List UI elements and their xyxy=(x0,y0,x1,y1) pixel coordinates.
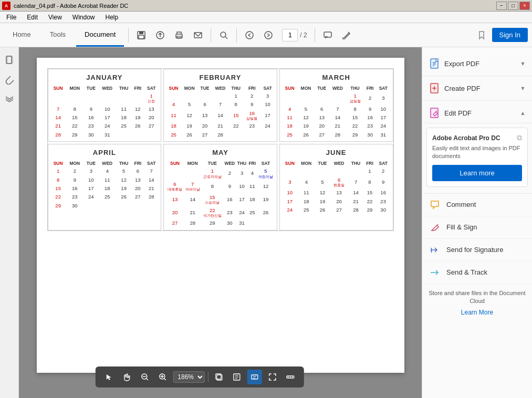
create-pdf-chevron: ▼ xyxy=(520,85,526,91)
promo-title: Adobe Acrobat Pro DC xyxy=(432,134,500,142)
create-pdf-row[interactable]: Create PDF ▼ xyxy=(422,78,532,98)
cloud-learn-more-link[interactable]: Learn More xyxy=(461,309,493,316)
edit-pdf-row[interactable]: Edit PDF ▲ xyxy=(422,103,532,123)
send-signature-tool-label: Send for Signature xyxy=(446,246,503,254)
main-container: Home Tools Document xyxy=(0,23,532,398)
zoom-in-button[interactable] xyxy=(155,370,170,384)
email-button[interactable] xyxy=(190,27,206,44)
titlebar-left: A calendar_04.pdf - Adobe Acrobat Reader… xyxy=(2,2,128,10)
svg-rect-35 xyxy=(431,59,438,68)
fit-page-button[interactable] xyxy=(229,370,244,384)
send-track-tool-label: Send & Track xyxy=(446,268,487,276)
svg-line-21 xyxy=(164,379,165,380)
svg-rect-2 xyxy=(139,35,144,39)
calendar-grid: JANUARY SUNMONTUEWEDTHUFRISAT 1신정 789101… xyxy=(47,68,394,231)
tab-home[interactable]: Home xyxy=(4,23,39,47)
content-area: JANUARY SUNMONTUEWEDTHUFRISAT 1신정 789101… xyxy=(0,47,532,398)
menu-view[interactable]: View xyxy=(44,13,66,22)
select-text-button[interactable] xyxy=(247,370,262,384)
fill-sign-tool-row[interactable]: Fill & Sign xyxy=(422,216,532,239)
acrobat-promo: Adobe Acrobat Pro DC ⧉ Easily edit text … xyxy=(426,128,528,187)
edit-pdf-section: Edit PDF ▲ Adobe Acrobat Pro DC ⧉ Easily… xyxy=(422,101,532,194)
pencil-button[interactable] xyxy=(338,27,355,44)
svg-line-17 xyxy=(146,379,148,380)
page-total: / 2 xyxy=(300,32,307,39)
sign-in-button[interactable]: Sign In xyxy=(492,28,528,42)
comment-tool-row[interactable]: Comment xyxy=(422,194,532,216)
minimize-button[interactable]: − xyxy=(496,2,507,10)
copy-icon[interactable]: ⧉ xyxy=(517,133,522,142)
toolbar-separator xyxy=(128,28,129,43)
next-page-button[interactable] xyxy=(260,27,277,44)
cloud-promo: Store and share files in the Document Cl… xyxy=(422,284,532,321)
menubar: File Edit View Window Help xyxy=(0,12,532,23)
export-pdf-left: Export PDF xyxy=(429,58,479,69)
prev-page-button[interactable] xyxy=(241,27,258,44)
edit-pdf-icon xyxy=(429,107,440,119)
menu-help[interactable]: Help xyxy=(101,13,123,22)
month-title-may: MAY xyxy=(166,146,275,160)
svg-line-8 xyxy=(225,37,227,39)
create-pdf-label: Create PDF xyxy=(444,85,481,92)
promo-description: Easily edit text and images in PDF docum… xyxy=(432,144,522,161)
export-pdf-icon xyxy=(429,58,440,69)
month-march: MARCH SUNMONTUEWEDTHUFRISAT 1삼일절23 45678… xyxy=(279,69,393,142)
send-signature-tool-icon xyxy=(429,244,441,256)
toolbar-separator-4 xyxy=(315,28,315,43)
layers-panel-icon[interactable] xyxy=(2,92,17,107)
svg-rect-5 xyxy=(177,36,181,38)
comment-tool-icon xyxy=(429,198,441,211)
comment-toolbar-button[interactable] xyxy=(319,27,336,44)
menu-window[interactable]: Window xyxy=(68,13,99,22)
print-button[interactable] xyxy=(171,27,187,44)
left-sidebar xyxy=(0,47,19,398)
month-april: APRIL SUNMONTUEWEDTHUFRISAT 1234567 8910… xyxy=(48,144,162,230)
hand-tool-button[interactable] xyxy=(119,370,134,384)
duplicate-button[interactable] xyxy=(211,370,226,384)
maximize-button[interactable]: □ xyxy=(508,2,518,10)
pdf-viewer[interactable]: JANUARY SUNMONTUEWEDTHUFRISAT 1신정 789101… xyxy=(19,47,422,398)
bottom-toolbar: 186% 100% 150% 200% xyxy=(95,366,304,387)
learn-more-button[interactable]: Learn more xyxy=(432,165,522,181)
svg-line-39 xyxy=(437,224,438,225)
upload-button[interactable] xyxy=(152,27,169,44)
page-number-input[interactable]: 1 xyxy=(282,29,298,41)
edit-pdf-chevron: ▲ xyxy=(520,110,526,116)
save-button[interactable] xyxy=(133,27,150,44)
promo-header: Adobe Acrobat Pro DC ⧉ xyxy=(432,133,522,142)
send-track-tool-icon xyxy=(429,266,441,279)
export-pdf-label: Export PDF xyxy=(444,60,479,68)
export-pdf-row[interactable]: Export PDF ▼ xyxy=(422,54,532,74)
edit-pdf-label: Edit PDF xyxy=(444,109,472,117)
svg-rect-1 xyxy=(139,32,143,34)
window-controls[interactable]: − □ × xyxy=(496,2,530,10)
attachments-panel-icon[interactable] xyxy=(2,72,17,87)
pages-panel-icon[interactable] xyxy=(2,53,17,67)
tab-document[interactable]: Document xyxy=(76,23,124,47)
fill-sign-tool-icon xyxy=(429,221,441,234)
zoom-out-button[interactable] xyxy=(137,370,152,384)
menu-file[interactable]: File xyxy=(2,13,20,22)
send-signature-tool-row[interactable]: Send for Signature xyxy=(422,239,532,261)
month-title-june: JUNE xyxy=(282,146,391,160)
right-panel: Export PDF ▼ Create PDF ▼ xyxy=(422,47,532,398)
measure-button[interactable] xyxy=(283,370,297,384)
send-track-tool-row[interactable]: Send & Track xyxy=(422,261,532,284)
close-button[interactable]: × xyxy=(519,2,530,10)
month-may: MAY SUNMONTUEWEDTHUFRISAT 1근로자의날 234 5어린… xyxy=(163,144,277,230)
tab-tools[interactable]: Tools xyxy=(41,23,74,47)
toolbar-sep xyxy=(207,372,208,382)
toolbar: Home Tools Document xyxy=(0,23,532,47)
cursor-tool-button[interactable] xyxy=(101,370,116,384)
bookmark-button[interactable] xyxy=(473,27,490,44)
app-icon: A xyxy=(2,2,11,10)
menu-edit[interactable]: Edit xyxy=(23,13,42,22)
fullscreen-button[interactable] xyxy=(265,370,279,384)
zoom-select[interactable]: 186% 100% 150% 200% xyxy=(173,371,204,383)
create-pdf-section: Create PDF ▼ xyxy=(422,76,532,101)
svg-point-10 xyxy=(265,32,272,39)
create-pdf-left: Create PDF xyxy=(429,82,481,94)
month-june: JUNE SUNMONTUEWEDTHUFRISAT 12 345 6현충일 7… xyxy=(279,144,393,230)
comment-tool-label: Comment xyxy=(446,201,476,208)
search-button[interactable] xyxy=(215,27,232,44)
